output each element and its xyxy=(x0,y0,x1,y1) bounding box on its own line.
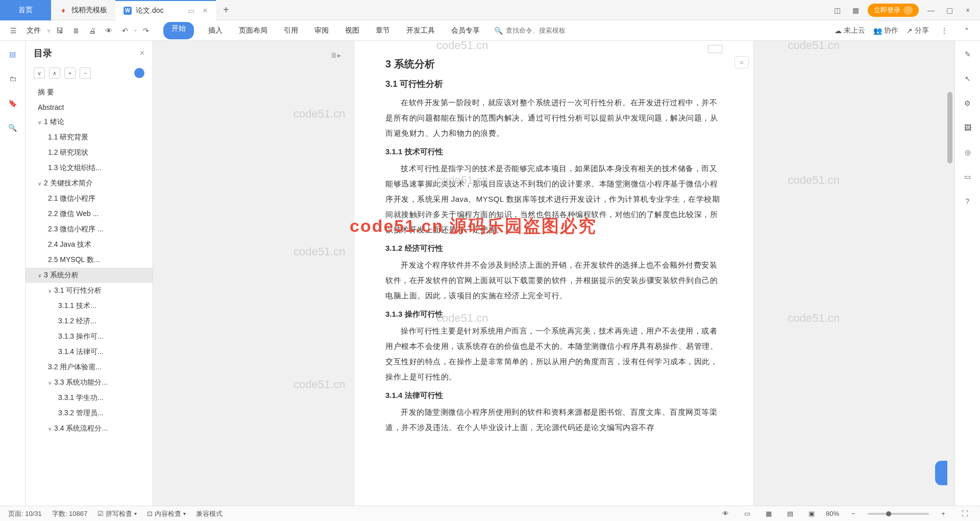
tab-document[interactable]: W 论文.doc ▭ × xyxy=(115,0,216,20)
chevron-down-icon[interactable]: ∨ xyxy=(38,181,44,186)
outline-item[interactable]: ∨3 系统分析 xyxy=(26,268,153,283)
outline-item[interactable]: 2.4 Java 技术 xyxy=(26,237,153,252)
outline-item[interactable]: 2.1 微信小程序 xyxy=(26,191,153,206)
menu-start[interactable]: 开始 xyxy=(163,22,194,39)
chevron-down-icon[interactable]: ∨ xyxy=(38,120,44,125)
eye-icon[interactable]: 👁 xyxy=(719,507,733,521)
close-panel-icon[interactable]: × xyxy=(140,49,144,58)
outline-item[interactable]: 3.3.1 学生功... xyxy=(26,390,153,406)
zoom-out-icon[interactable]: − xyxy=(846,507,861,521)
chevron-up-icon[interactable]: ⌃ xyxy=(960,23,974,38)
maximize-icon[interactable]: ▢ xyxy=(943,4,955,16)
content-check-button[interactable]: ⊡内容检查▾ xyxy=(147,509,186,518)
search-input[interactable] xyxy=(506,27,587,34)
outline-item[interactable]: 2.3 微信小程序 ... xyxy=(26,222,153,237)
more-icon[interactable]: ⋮ xyxy=(937,23,951,38)
command-search[interactable]: 🔍 xyxy=(494,27,587,35)
menu-section[interactable]: 章节 xyxy=(374,22,392,39)
outline-item[interactable]: 3.1.4 法律可... xyxy=(26,344,153,360)
folder-icon[interactable]: 🗀 xyxy=(6,72,20,86)
layout-icon[interactable]: ◫ xyxy=(831,4,843,16)
sync-badge-icon[interactable] xyxy=(134,68,144,78)
outline-item[interactable]: ∨3.1 可行性分析 xyxy=(26,283,153,298)
status-page[interactable]: 页面: 10/31 xyxy=(8,509,42,518)
tab-home[interactable]: 首页 xyxy=(0,0,51,20)
undo-icon[interactable]: ↶ xyxy=(118,23,132,38)
new-icon[interactable]: 🗎 xyxy=(69,23,83,38)
tab-add[interactable]: + xyxy=(216,0,236,20)
document-area[interactable]: 🗎▸ ≈ 3 系统分析 3.1 可行性分析 在软件开发第一阶段时，就应该对整个系… xyxy=(153,41,954,506)
file-menu[interactable]: 文件 xyxy=(27,26,41,35)
zoom-slider[interactable] xyxy=(868,513,929,515)
outline-item[interactable]: ∨2 关键技术简介 xyxy=(26,176,153,191)
outline-item[interactable]: 1.2 研究现状 xyxy=(26,145,153,160)
outline-item[interactable]: Abstract xyxy=(26,100,153,114)
chevron-down-icon[interactable]: ∨ xyxy=(48,380,54,386)
chevron-down-icon[interactable]: ∨ xyxy=(38,273,44,278)
collab-button[interactable]: 👥协作 xyxy=(873,26,898,35)
spellcheck-button[interactable]: ☑拼写检查▾ xyxy=(97,509,137,518)
outline-item[interactable]: 3.1.1 技术... xyxy=(26,298,153,314)
view-page-icon[interactable]: ▭ xyxy=(740,507,754,521)
outline-item[interactable]: 3.1.3 操作可... xyxy=(26,329,153,344)
fullscreen-icon[interactable]: ⛶ xyxy=(958,507,972,521)
read-mode-icon[interactable]: ▣ xyxy=(804,507,819,521)
cursor-icon[interactable]: ↖ xyxy=(961,72,975,86)
collapse-ribbon-icon[interactable]: ≈ xyxy=(734,56,749,68)
book-icon[interactable]: ▭ xyxy=(961,170,975,184)
login-button[interactable]: 立即登录 xyxy=(868,4,919,17)
remove-item-icon[interactable]: − xyxy=(80,67,91,79)
add-item-icon[interactable]: + xyxy=(64,67,76,79)
menu-insert[interactable]: 插入 xyxy=(206,22,225,39)
window-mode-icon[interactable]: ▭ xyxy=(188,7,194,15)
help-icon[interactable]: ? xyxy=(961,194,975,208)
pen-icon[interactable]: ✎ xyxy=(961,47,975,61)
find-icon[interactable]: 🔍 xyxy=(6,121,20,135)
bookmark-icon[interactable]: 🔖 xyxy=(6,96,20,110)
chevron-down-icon[interactable]: ∨ xyxy=(48,288,54,294)
expand-all-icon[interactable]: ∧ xyxy=(49,67,60,79)
scroll-thumb[interactable] xyxy=(947,92,952,163)
menu-references[interactable]: 引用 xyxy=(282,22,300,39)
outline-item[interactable]: ∨3.3 系统功能分... xyxy=(26,375,153,390)
outline-item[interactable]: 3.1.2 经济... xyxy=(26,314,153,329)
save-icon[interactable]: 🖫 xyxy=(53,23,67,38)
zoom-level[interactable]: 80% xyxy=(826,510,839,517)
zoom-thumb[interactable] xyxy=(886,511,891,516)
print-icon[interactable]: 🖨 xyxy=(85,23,100,38)
outline-item[interactable]: 1.3 论文组织结... xyxy=(26,160,153,176)
zoom-in-icon[interactable]: + xyxy=(936,507,950,521)
share-button[interactable]: ↗分享 xyxy=(906,26,929,35)
target-icon[interactable]: ◎ xyxy=(961,145,975,159)
close-window-icon[interactable]: × xyxy=(962,4,974,16)
menu-review[interactable]: 审阅 xyxy=(312,22,331,39)
outline-item[interactable]: 2.2 微信 Web ... xyxy=(26,206,153,222)
tab-template[interactable]: ♦ 找稻壳模板 xyxy=(51,0,115,20)
preview-icon[interactable]: 👁 xyxy=(102,23,116,38)
compat-mode[interactable]: 兼容模式 xyxy=(196,509,223,518)
chevron-down-icon[interactable]: ∨ xyxy=(48,426,54,432)
outline-item[interactable]: 2.5 MYSQL 数... xyxy=(26,252,153,268)
outline-item[interactable]: ∨3.4 系统流程分... xyxy=(26,421,153,436)
outline-icon[interactable]: ▤ xyxy=(6,47,20,61)
outline-item[interactable]: 3.2 用户体验需... xyxy=(26,360,153,375)
status-words[interactable]: 字数: 10867 xyxy=(52,509,87,518)
settings-slider-icon[interactable]: ⚙ xyxy=(961,96,975,110)
view-outline-icon[interactable]: ▤ xyxy=(783,507,797,521)
menu-member[interactable]: 会员专享 xyxy=(449,22,482,39)
minimize-icon[interactable]: — xyxy=(925,4,937,16)
outline-item[interactable]: 1.1 研究背景 xyxy=(26,130,153,145)
menu-layout[interactable]: 页面布局 xyxy=(237,22,270,39)
apps-icon[interactable]: ▦ xyxy=(849,4,862,16)
view-web-icon[interactable]: ▦ xyxy=(762,507,776,521)
outline-item[interactable]: ∨1 绪论 xyxy=(26,114,153,130)
close-icon[interactable]: × xyxy=(203,6,207,15)
outline-item[interactable]: 3.3.2 管理员... xyxy=(26,406,153,421)
collapse-all-icon[interactable]: ∨ xyxy=(34,67,45,79)
menu-devtools[interactable]: 开发工具 xyxy=(404,22,437,39)
redo-icon[interactable]: ↷ xyxy=(139,23,153,38)
menu-view[interactable]: 视图 xyxy=(343,22,361,39)
side-tab-icon[interactable] xyxy=(935,461,947,485)
outline-item[interactable]: 摘 要 xyxy=(26,85,153,100)
image-icon[interactable]: 🖼 xyxy=(961,121,975,135)
